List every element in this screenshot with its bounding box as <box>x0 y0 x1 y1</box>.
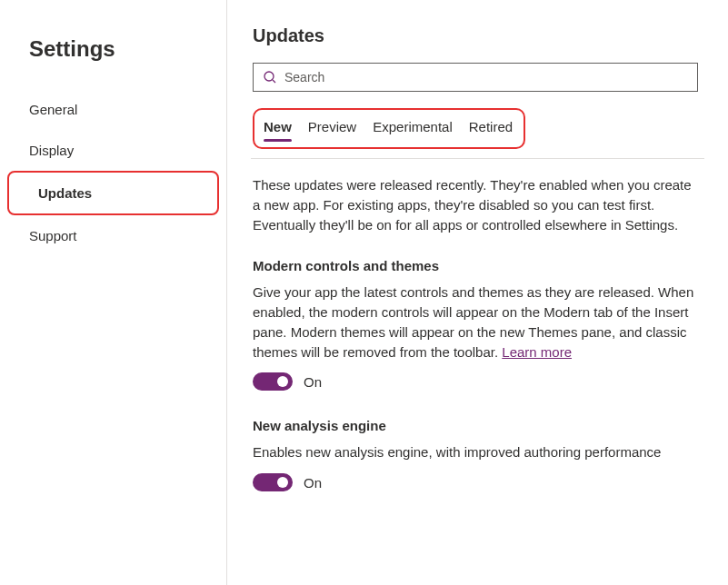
section-modern-controls: Modern controls and themes Give your app… <box>253 258 698 391</box>
tab-retired[interactable]: Retired <box>469 114 513 140</box>
tab-experimental[interactable]: Experimental <box>373 114 453 140</box>
tabs-divider <box>251 158 704 159</box>
toggle-label: On <box>304 374 322 390</box>
toggle-new-analysis[interactable] <box>253 473 293 491</box>
toggle-row: On <box>253 473 698 491</box>
section-desc: Enables new analysis engine, with improv… <box>253 442 698 462</box>
tab-new[interactable]: New <box>264 114 292 140</box>
section-desc: Give your app the latest controls and th… <box>253 283 698 362</box>
search-input[interactable] <box>284 70 688 84</box>
toggle-label: On <box>304 475 322 491</box>
sidebar-item-support[interactable]: Support <box>0 215 226 256</box>
tabs: New Preview Experimental Retired <box>264 114 513 140</box>
section-title: New analysis engine <box>253 418 698 433</box>
sidebar-item-display[interactable]: Display <box>0 130 226 171</box>
page-title: Updates <box>253 25 703 46</box>
search-box[interactable] <box>253 63 698 92</box>
toggle-modern-controls[interactable] <box>253 372 293 391</box>
toggle-row: On <box>253 372 698 391</box>
sidebar-item-general[interactable]: General <box>0 89 226 130</box>
main-content: Updates New Preview Experimental Retired… <box>227 0 728 585</box>
sidebar-highlight: Updates <box>7 171 219 215</box>
search-icon <box>263 70 277 84</box>
section-new-analysis: New analysis engine Enables new analysis… <box>253 418 698 491</box>
svg-line-1 <box>273 80 275 83</box>
content-area: These updates were released recently. Th… <box>253 175 698 491</box>
sidebar-item-updates[interactable]: Updates <box>9 173 217 213</box>
tab-preview[interactable]: Preview <box>308 114 356 140</box>
sidebar: Settings General Display Updates Support <box>0 0 227 585</box>
tabs-highlight: New Preview Experimental Retired <box>253 108 525 149</box>
sidebar-title: Settings <box>0 36 226 89</box>
svg-point-0 <box>264 72 274 81</box>
section-desc-text: Give your app the latest controls and th… <box>253 284 693 359</box>
section-title: Modern controls and themes <box>253 258 698 273</box>
intro-text: These updates were released recently. Th… <box>253 175 698 234</box>
learn-more-link[interactable]: Learn more <box>502 344 572 360</box>
